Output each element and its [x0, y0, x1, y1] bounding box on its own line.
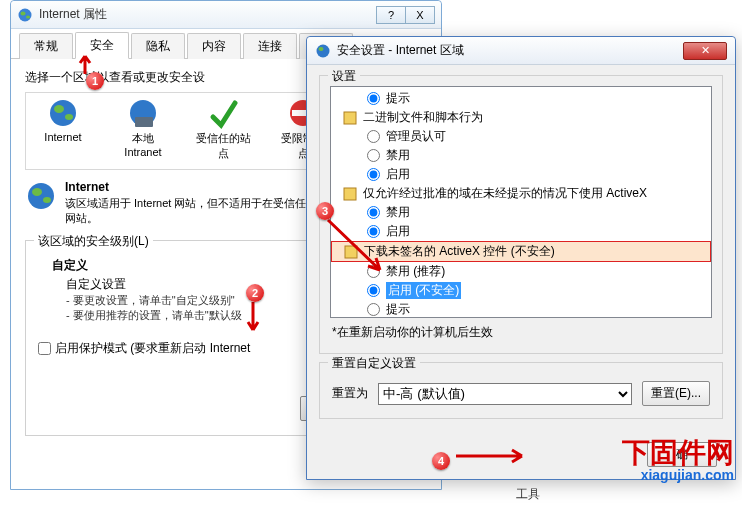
reset-group: 重置自定义设置 重置为 中-高 (默认值) 重置(E)... [319, 362, 723, 419]
annotation-badge-3: 3 [316, 202, 334, 220]
zone-trusted[interactable]: 受信任的站 点 [192, 97, 254, 161]
tab-general[interactable]: 常规 [19, 33, 73, 59]
svg-point-13 [317, 44, 330, 57]
settings-tree[interactable]: 提示 二进制文件和脚本行为 管理员认可 禁用 启用 仅允许经过批准的域在未经提示… [330, 86, 712, 318]
opt-disable[interactable]: 禁用 [337, 203, 705, 222]
tab-content[interactable]: 内容 [187, 33, 241, 59]
opt-prompt[interactable]: 提示 [337, 89, 705, 108]
close-button[interactable]: X [405, 6, 435, 24]
opt-disable[interactable]: 禁用 [337, 146, 705, 165]
node-only-approved: 仅允许经过批准的域在未经提示的情况下使用 ActiveX [337, 184, 705, 203]
activex-icon [343, 187, 357, 201]
annotation-badge-4: 4 [432, 452, 450, 470]
settings-group: 设置 提示 二进制文件和脚本行为 管理员认可 禁用 启用 仅允许经过批准的域在未… [319, 75, 723, 354]
zone-intranet[interactable]: 本地 Intranet [112, 97, 174, 161]
tab-connections[interactable]: 连接 [243, 33, 297, 59]
restart-note: *在重新启动你的计算机后生效 [332, 324, 710, 341]
svg-point-0 [19, 8, 32, 21]
svg-rect-15 [344, 112, 356, 124]
node-binary: 二进制文件和脚本行为 [337, 108, 705, 127]
help-button[interactable]: ? [376, 6, 406, 24]
close-button[interactable]: ✕ [683, 42, 727, 60]
opt-disable-rec[interactable]: 禁用 (推荐) [337, 262, 705, 281]
svg-point-2 [26, 15, 30, 18]
svg-point-5 [65, 114, 73, 120]
arrow-icon [244, 300, 262, 340]
svg-rect-16 [344, 188, 356, 200]
arrow-icon [322, 216, 392, 280]
globe-icon [315, 43, 331, 59]
reset-level-select[interactable]: 中-高 (默认值) [378, 383, 632, 405]
opt-enable-unsafe[interactable]: 启用 (不安全) [337, 281, 705, 300]
opt-admin-allow[interactable]: 管理员认可 [337, 127, 705, 146]
window-title: Internet 属性 [39, 6, 376, 23]
reset-button[interactable]: 重置(E)... [642, 381, 710, 406]
svg-point-12 [43, 197, 51, 203]
zone-internet[interactable]: Internet [32, 97, 94, 161]
globe-icon [17, 7, 33, 23]
reset-label: 重置为 [332, 385, 368, 402]
titlebar[interactable]: 安全设置 - Internet 区域 ✕ [307, 37, 735, 65]
globe-icon [25, 180, 57, 212]
annotation-badge-1: 1 [86, 72, 104, 90]
tab-privacy[interactable]: 隐私 [131, 33, 185, 59]
window-title: 安全设置 - Internet 区域 [337, 42, 683, 59]
svg-point-1 [21, 11, 26, 15]
titlebar[interactable]: Internet 属性 ? X [11, 1, 441, 29]
svg-point-3 [50, 100, 76, 126]
annotation-badge-2: 2 [246, 284, 264, 302]
arrow-icon [452, 446, 532, 466]
opt-enable[interactable]: 启用 [337, 165, 705, 184]
tool-label: 工具 [516, 486, 540, 503]
opt-enable[interactable]: 启用 [337, 222, 705, 241]
svg-point-4 [54, 105, 64, 113]
svg-point-14 [319, 47, 324, 51]
svg-point-10 [28, 183, 54, 209]
svg-rect-7 [135, 117, 153, 127]
svg-point-11 [32, 188, 42, 196]
activex-icon [343, 111, 357, 125]
opt-prompt[interactable]: 提示 [337, 300, 705, 318]
watermark: 下固件网 xiagujian.com [622, 439, 734, 483]
